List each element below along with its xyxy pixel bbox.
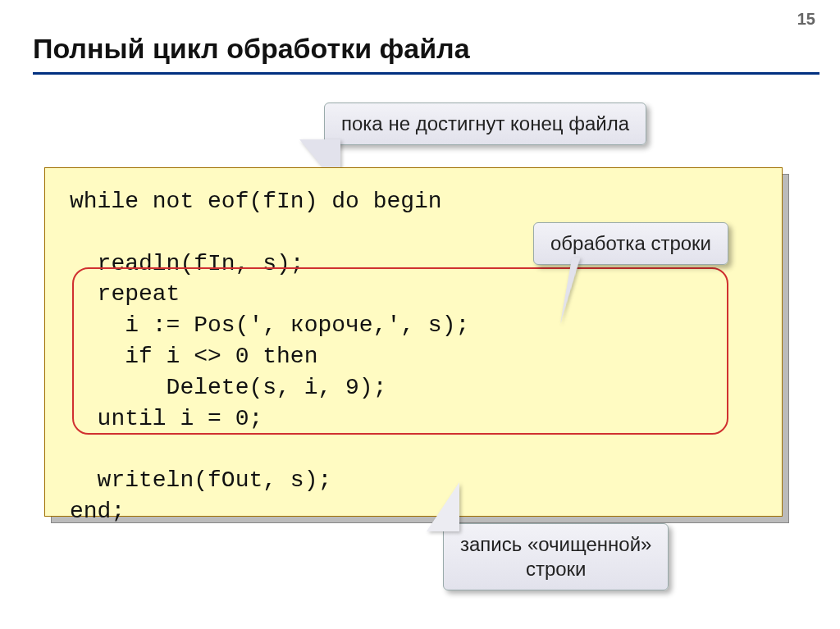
callout-write: запись «очищенной» строки [443, 523, 669, 590]
page-number: 15 [797, 10, 815, 29]
code-line: while not eof(fIn) do begin [70, 189, 442, 214]
code-line: i := Pos(', короче,', s); [70, 312, 469, 338]
callout-text: запись «очищенной» строки [443, 523, 669, 590]
code-line: readln(fIn, s); [70, 251, 304, 276]
code-line: end; [70, 499, 125, 524]
callout-tail-icon [427, 482, 459, 531]
callout-process: обработка строки [533, 222, 728, 265]
callout-text: обработка строки [533, 222, 728, 265]
code-line: if i <> 0 then [70, 344, 317, 369]
callout-eof: пока не достигнут конец файла [324, 103, 646, 145]
code-block: while not eof(fIn) do begin readln(fIn, … [44, 167, 783, 517]
callout-text: пока не достигнут конец файла [324, 103, 646, 145]
code-line: Delete(s, i, 9); [70, 375, 386, 400]
slide-title: Полный цикл обработки файла [33, 33, 470, 65]
code-line: until i = 0; [70, 406, 262, 431]
code-line: writeln(fOut, s); [70, 467, 331, 493]
code-line: repeat [70, 281, 180, 307]
title-underline [33, 72, 819, 75]
